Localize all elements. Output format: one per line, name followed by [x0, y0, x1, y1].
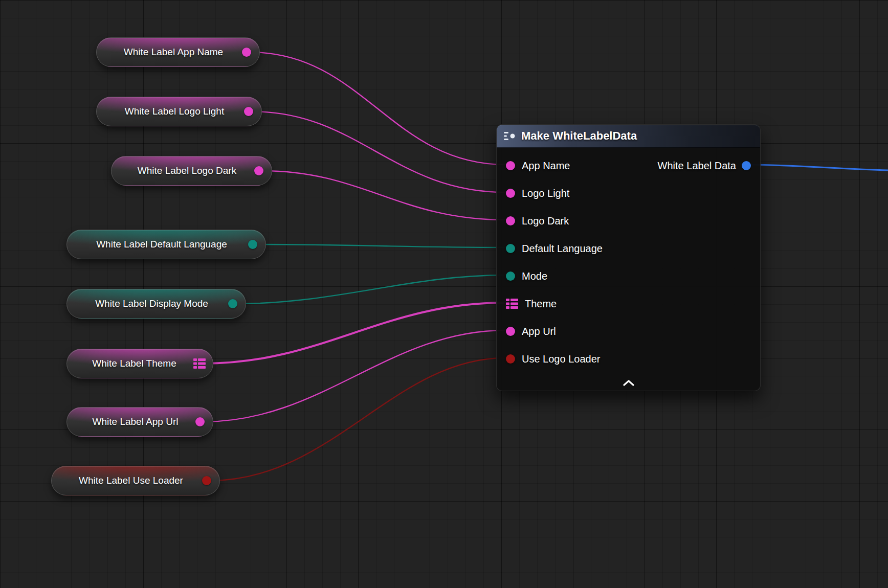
- node-white-label-default-language[interactable]: White Label Default Language: [66, 230, 266, 259]
- pin-row: Theme: [497, 290, 760, 318]
- wire-theme[interactable]: [203, 303, 504, 364]
- pin-label: App Url: [522, 326, 556, 337]
- pin-row: Logo Dark: [497, 207, 760, 235]
- pin-row: Default Language: [497, 235, 760, 262]
- pin-row: App Name White Label Data: [497, 152, 760, 179]
- pin-label: Theme: [525, 298, 557, 310]
- pin-row: Use Logo Loader: [497, 345, 760, 373]
- pin-label: Default Language: [522, 243, 603, 255]
- node-white-label-display-mode[interactable]: White Label Display Mode: [66, 289, 246, 319]
- node-white-label-logo-dark[interactable]: White Label Logo Dark: [111, 156, 272, 186]
- pin-row: Mode: [497, 262, 760, 290]
- wire-display-mode[interactable]: [236, 275, 505, 304]
- pin-out-white-label-default-language[interactable]: [248, 240, 257, 249]
- pin-label: Logo Dark: [522, 215, 569, 227]
- pin-in-default-language[interactable]: [506, 244, 515, 253]
- node-label: White Label Theme: [80, 358, 188, 369]
- node-white-label-logo-light[interactable]: White Label Logo Light: [96, 97, 262, 126]
- pin-label: Mode: [522, 270, 547, 282]
- wire-use-loader[interactable]: [210, 358, 505, 481]
- pin-out-white-label-display-mode[interactable]: [228, 299, 237, 308]
- pin-in-mode[interactable]: [506, 272, 515, 281]
- struct-pin-icon: [506, 299, 518, 309]
- wire-logo-dark[interactable]: [262, 171, 505, 220]
- node-label: White Label Logo Light: [110, 106, 239, 117]
- node-white-label-theme[interactable]: White Label Theme: [66, 349, 213, 378]
- node-white-label-app-url[interactable]: White Label App Url: [66, 407, 213, 437]
- node-label: White Label Default Language: [80, 239, 243, 250]
- pin-row: Logo Light: [497, 179, 760, 207]
- pin-out-white-label-data[interactable]: [742, 161, 751, 170]
- blueprint-graph-canvas[interactable]: White Label App Name White Label Logo Li…: [0, 0, 888, 588]
- node-body: App Name White Label Data Logo Light Log…: [497, 148, 760, 391]
- wire-default-language[interactable]: [256, 244, 505, 247]
- pin-in-theme[interactable]: [506, 299, 518, 309]
- node-make-whitelabeldata[interactable]: Make WhiteLabelData App Name White Label…: [496, 124, 761, 391]
- pin-in-app-name[interactable]: [506, 161, 515, 170]
- pin-row: App Url: [497, 318, 760, 345]
- node-label: White Label App Url: [80, 416, 190, 427]
- struct-pin-icon: [193, 358, 206, 369]
- wire-logo-light[interactable]: [252, 111, 505, 192]
- wire-white-label-data-output[interactable]: [751, 165, 888, 170]
- pin-in-logo-light[interactable]: [506, 189, 515, 198]
- pin-label: Logo Light: [522, 188, 569, 199]
- collapse-chevron-up-icon[interactable]: [620, 378, 637, 388]
- pin-in-logo-dark[interactable]: [506, 216, 515, 225]
- pin-label-output: White Label Data: [658, 160, 736, 172]
- pin-in-use-logo-loader[interactable]: [506, 354, 515, 364]
- wire-app-name[interactable]: [250, 52, 505, 165]
- node-label: White Label Logo Dark: [125, 165, 249, 176]
- pin-out-white-label-logo-light[interactable]: [244, 107, 253, 116]
- pin-label: App Name: [522, 160, 570, 172]
- pin-in-app-url[interactable]: [506, 327, 515, 336]
- node-label: White Label App Name: [110, 47, 237, 58]
- make-struct-icon: [504, 131, 516, 141]
- node-white-label-use-loader[interactable]: White Label Use Loader: [51, 466, 220, 495]
- pin-out-white-label-logo-dark[interactable]: [254, 166, 263, 175]
- pin-out-white-label-app-name[interactable]: [242, 48, 251, 57]
- node-white-label-app-name[interactable]: White Label App Name: [96, 37, 260, 67]
- node-label: White Label Use Loader: [65, 475, 197, 486]
- pin-out-white-label-theme[interactable]: [193, 358, 206, 369]
- node-header[interactable]: Make WhiteLabelData: [497, 125, 760, 148]
- pin-out-white-label-app-url[interactable]: [195, 417, 205, 426]
- pin-out-white-label-use-loader[interactable]: [202, 476, 211, 485]
- node-title: Make WhiteLabelData: [521, 129, 637, 143]
- node-label: White Label Display Mode: [80, 298, 223, 309]
- pin-label: Use Logo Loader: [522, 353, 600, 365]
- wire-app-url[interactable]: [203, 330, 505, 422]
